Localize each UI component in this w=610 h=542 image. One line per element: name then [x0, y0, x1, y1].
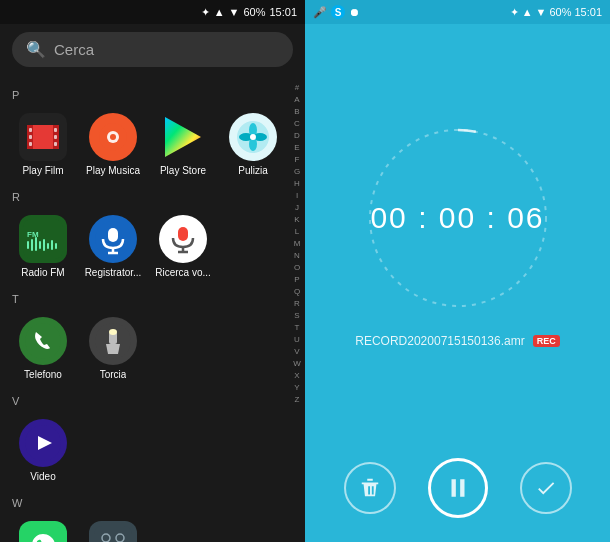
app-whatsapp[interactable]: WhatsApp [8, 517, 78, 542]
app-icon-telefono [19, 317, 67, 365]
search-placeholder: Cerca [54, 41, 94, 58]
alpha-r[interactable]: R [294, 298, 300, 310]
app-label-play-film: Play Film [22, 165, 63, 177]
svg-point-41 [109, 329, 117, 335]
app-wicube[interactable]: WiCUBE Fo... [78, 517, 148, 542]
svg-text:FM: FM [27, 230, 39, 239]
alpha-y[interactable]: Y [294, 382, 299, 394]
svg-rect-8 [54, 142, 57, 146]
apps-row-w: WhatsApp [0, 513, 305, 542]
svg-rect-46 [94, 526, 132, 542]
search-bar[interactable]: 🔍 Cerca [12, 32, 293, 67]
time-left: 15:01 [269, 6, 297, 18]
alpha-a[interactable]: A [294, 94, 299, 106]
alpha-t[interactable]: T [295, 322, 300, 334]
alpha-d[interactable]: D [294, 130, 300, 142]
svg-rect-22 [31, 239, 33, 251]
alpha-h[interactable]: H [294, 178, 300, 190]
mic-status-icon: 🎤 [313, 6, 327, 19]
app-icon-whatsapp [19, 521, 67, 542]
app-icon-pulizia [229, 113, 277, 161]
app-ricerca[interactable]: Ricerca vo... [148, 211, 218, 283]
alpha-k[interactable]: K [294, 214, 299, 226]
apps-row-p: Play Film Play Musica [0, 105, 305, 185]
search-icon: 🔍 [26, 40, 46, 59]
svg-rect-19 [23, 219, 63, 259]
app-torcia[interactable]: Torcia [78, 313, 148, 385]
app-registratore[interactable]: Registrator... [78, 211, 148, 283]
pause-button[interactable] [428, 458, 488, 518]
svg-rect-6 [54, 135, 57, 139]
bluetooth-icon-left: ✦ [201, 6, 210, 19]
timer-area: 00 : 00 : 06 RECORD20200715150136.amr RE… [305, 24, 610, 442]
svg-rect-25 [43, 239, 45, 251]
battery-left: 60% [243, 6, 265, 18]
app-label-ricerca: Ricerca vo... [155, 267, 211, 279]
status-bar-left: ✦ ▲ ▼ 60% 15:01 [0, 0, 305, 24]
recording-filename: RECORD20200715150136.amr [355, 334, 524, 348]
svg-point-18 [250, 134, 256, 140]
svg-rect-7 [29, 142, 32, 146]
alpha-e[interactable]: E [294, 142, 299, 154]
controls-bar [305, 442, 610, 542]
skype-icon: S [331, 5, 345, 19]
app-play-film[interactable]: Play Film [8, 109, 78, 181]
alpha-hash[interactable]: # [295, 82, 299, 94]
svg-marker-12 [165, 117, 201, 157]
alpha-q[interactable]: Q [294, 286, 300, 298]
alpha-m[interactable]: M [294, 238, 301, 250]
alpha-c[interactable]: C [294, 118, 300, 130]
app-label-video: Video [30, 471, 55, 483]
app-label-registratore: Registrator... [85, 267, 142, 279]
alpha-j[interactable]: J [295, 202, 299, 214]
svg-rect-21 [27, 241, 29, 249]
wifi-icon-left: ▼ [229, 6, 240, 18]
svg-point-11 [110, 134, 116, 140]
svg-rect-4 [54, 128, 57, 132]
app-label-play-musica: Play Musica [86, 165, 140, 177]
alpha-x[interactable]: X [294, 370, 299, 382]
alpha-w[interactable]: W [293, 358, 301, 370]
alpha-b[interactable]: B [294, 106, 299, 118]
app-label-play-store: Play Store [160, 165, 206, 177]
app-label-telefono: Telefono [24, 369, 62, 381]
alpha-n[interactable]: N [294, 250, 300, 262]
app-icon-wicube [89, 521, 137, 542]
recording-info: RECORD20200715150136.amr REC [355, 334, 559, 348]
alpha-s[interactable]: S [294, 310, 299, 322]
app-icon-ricerca [159, 215, 207, 263]
app-label-torcia: Torcia [100, 369, 127, 381]
app-play-store[interactable]: Play Store [148, 109, 218, 181]
svg-rect-26 [47, 243, 49, 249]
app-icon-torcia [89, 317, 137, 365]
apps-row-t: Telefono Torcia [0, 309, 305, 389]
alpha-o[interactable]: O [294, 262, 300, 274]
section-header-w: W [0, 491, 305, 513]
confirm-button[interactable] [520, 462, 572, 514]
app-telefono[interactable]: Telefono [8, 313, 78, 385]
alpha-f[interactable]: F [295, 154, 300, 166]
alpha-v[interactable]: V [294, 346, 299, 358]
section-header-p: P [0, 83, 305, 105]
svg-rect-28 [55, 243, 57, 249]
app-radio-fm[interactable]: FM Radio FM [8, 211, 78, 283]
rec-badge: REC [533, 335, 560, 347]
section-header-r: R [0, 185, 305, 207]
delete-button[interactable] [344, 462, 396, 514]
app-icon-play-store [159, 113, 207, 161]
app-icon-play-film [19, 113, 67, 161]
svg-marker-40 [106, 344, 120, 354]
app-pulizia[interactable]: Pulizia [218, 109, 288, 181]
app-icon-registratore [89, 215, 137, 263]
alpha-u[interactable]: U [294, 334, 300, 346]
app-video[interactable]: Video [8, 415, 78, 487]
alpha-l[interactable]: L [295, 226, 299, 238]
app-play-musica[interactable]: Play Musica [78, 109, 148, 181]
status-left-group: 🎤 S ⏺ [313, 5, 360, 19]
alpha-g[interactable]: G [294, 166, 300, 178]
alpha-p[interactable]: P [294, 274, 299, 286]
alpha-z[interactable]: Z [295, 394, 300, 406]
svg-rect-27 [51, 240, 53, 250]
alpha-i[interactable]: I [296, 190, 298, 202]
battery-right: 60% [549, 6, 571, 18]
